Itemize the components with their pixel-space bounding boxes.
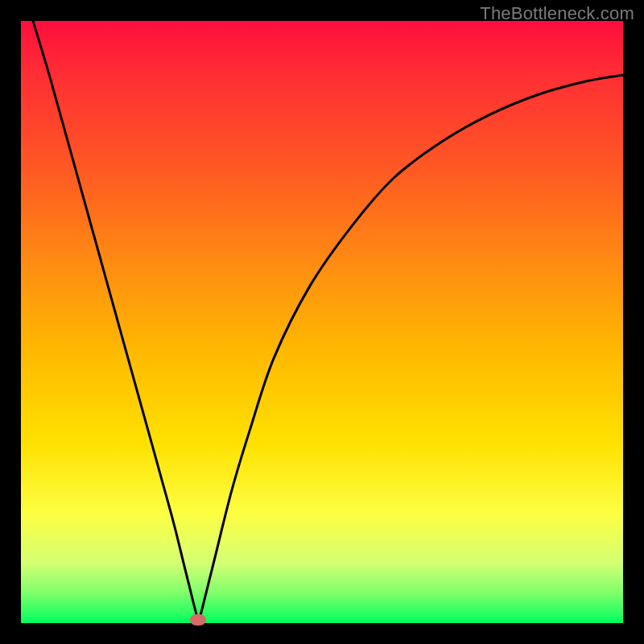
chart-frame: TheBottleneck.com — [0, 0, 644, 644]
curve-svg — [21, 21, 623, 623]
optimal-point-marker — [190, 614, 206, 625]
curve-path — [33, 21, 623, 620]
watermark-text: TheBottleneck.com — [480, 3, 634, 24]
plot-area — [21, 21, 623, 623]
